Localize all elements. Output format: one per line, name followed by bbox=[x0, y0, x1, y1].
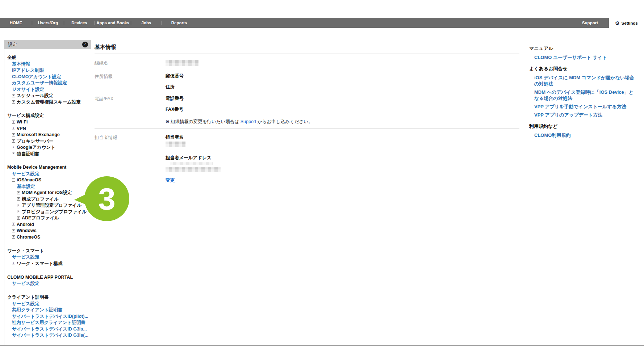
help-link-clomo[interactable]: CLOMO ユーザーサポート サイト bbox=[534, 54, 636, 60]
tree-item-wi-fi[interactable]: +Wi-Fi bbox=[7, 119, 89, 125]
tree-item-item[interactable]: 共用クライアント証明書 bbox=[7, 307, 89, 313]
nav-item-users-org[interactable]: Users/Org bbox=[32, 18, 64, 28]
expand-plus-icon[interactable]: + bbox=[12, 133, 15, 136]
tree-item-item[interactable]: +構成プロファイル bbox=[7, 196, 89, 202]
tree-item-label: プロビジョニングプロファイル bbox=[22, 209, 87, 214]
tree-item-label: ADEプロファイル bbox=[22, 215, 59, 220]
tree-item-label: ChromeOS bbox=[17, 235, 40, 240]
tree-item-chromeos[interactable]: +ChromeOS bbox=[7, 234, 89, 240]
expand-plus-icon[interactable]: + bbox=[17, 210, 20, 213]
tree-item-microsoft-exchange[interactable]: +Microsoft Exchange bbox=[7, 131, 89, 138]
tree-item-item[interactable]: 基本情報 bbox=[7, 61, 89, 67]
tree-item-mdm-agent-for-ios[interactable]: +MDM Agent for iOS設定 bbox=[7, 190, 89, 196]
content-area: 設定 ‹ 全般基本情報IPアドレス制限CLOMOアカウント設定カスタムユーザー情… bbox=[0, 28, 644, 345]
tree-item-item[interactable]: カスタムユーザー情報設定 bbox=[7, 80, 89, 86]
help-panel: マニュアル CLOMO ユーザーサポート サイト よくあるお問合せ iOS デバ… bbox=[524, 28, 644, 345]
tree-item-label: Android bbox=[17, 222, 34, 227]
tree-item-item[interactable]: +スケジュール設定 bbox=[7, 92, 89, 98]
tree-item-item[interactable]: サービス設定 bbox=[7, 171, 89, 177]
expand-plus-icon[interactable]: + bbox=[12, 121, 15, 124]
expand-plus-icon[interactable]: + bbox=[12, 100, 15, 104]
address-label: 住所情報 bbox=[95, 73, 166, 90]
settings-sidebar: 設定 ‹ 全般基本情報IPアドレス制限CLOMOアカウント設定カスタムユーザー情… bbox=[4, 40, 91, 345]
help-link-vpp[interactable]: VPP アプリのアップデート方法 bbox=[534, 112, 636, 118]
support-link[interactable]: Support bbox=[241, 119, 256, 124]
tree-section-title: 全般 bbox=[7, 54, 89, 61]
manual-group: マニュアル CLOMO ユーザーサポート サイト bbox=[529, 45, 636, 60]
expand-plus-icon[interactable]: + bbox=[12, 229, 15, 232]
tree-item-item[interactable]: サービス設定 bbox=[7, 300, 89, 307]
tree-item-item[interactable]: +カスタム管理権限スキーム設定 bbox=[7, 99, 89, 105]
sidebar-title: 設定 bbox=[8, 42, 17, 48]
tree-item-label: Googleアカウント bbox=[17, 145, 55, 150]
tree-item-label: Microsoft Exchange bbox=[17, 132, 60, 137]
phone-fax-label: 電話/FAX bbox=[95, 96, 166, 125]
tree-item-label: Windows bbox=[17, 228, 37, 233]
tree-item-item[interactable]: 基本設定 bbox=[7, 183, 89, 189]
nav-item-jobs[interactable]: Jobs bbox=[131, 18, 162, 28]
expand-plus-icon[interactable]: + bbox=[12, 262, 15, 265]
chevron-left-circle-icon[interactable]: ‹ bbox=[82, 42, 88, 47]
tree-item-ios-macos[interactable]: −iOS/macOS bbox=[7, 177, 89, 183]
help-link-clomo[interactable]: CLOMO利用規約 bbox=[534, 132, 636, 138]
tree-item-label: サイバートラストデバイスID G3is(... bbox=[12, 333, 88, 338]
expand-plus-icon[interactable]: + bbox=[12, 94, 15, 97]
tree-item-ade[interactable]: +ADEプロファイル bbox=[7, 215, 89, 221]
nav-settings-tab[interactable]: ⚙ Settings bbox=[609, 18, 644, 28]
tree-item-item[interactable]: サービス設定 bbox=[7, 254, 89, 260]
help-link-mdm-ios-device[interactable]: MDM へのデバイス登録時に「iOS Device」となる場合の対処法 bbox=[534, 89, 636, 101]
expand-plus-icon[interactable]: + bbox=[12, 139, 15, 143]
tree-item-label: サービス設定 bbox=[12, 281, 39, 286]
redacted-contact-name bbox=[166, 142, 186, 147]
tree-section-title: Mobile Device Management bbox=[7, 164, 89, 171]
tree-section-title: サービス構成設定 bbox=[7, 112, 89, 119]
nav-items: HOMEUsers/OrgDevicesApps and BooksJobsRe… bbox=[0, 18, 196, 28]
nav-item-devices[interactable]: Devices bbox=[64, 18, 95, 28]
tree-item-label: サービス設定 bbox=[12, 301, 39, 306]
tree-item-item[interactable]: +プロビジョニングプロファイル bbox=[7, 209, 89, 215]
nav-support-link[interactable]: Support bbox=[582, 18, 598, 28]
tree-item-ip[interactable]: IPアドレス制限 bbox=[7, 67, 89, 73]
expand-plus-icon[interactable]: + bbox=[12, 146, 15, 149]
help-link-ios-mdm[interactable]: iOS デバイスに MDM コマンドが届かない場合の対処法 bbox=[534, 75, 636, 87]
tree-item-id-pilot[interactable]: サイバートラストデバイスID(pilot)... bbox=[7, 313, 89, 319]
tree-item-id-g3is[interactable]: サイバートラストデバイスID G3is... bbox=[7, 326, 89, 332]
tree-section-title: ワーク・スマート bbox=[7, 248, 89, 254]
tree-item-label: 共用クライアント証明書 bbox=[12, 307, 62, 312]
tree-item-item[interactable]: 社内サービス用クライアント証明書 bbox=[7, 320, 89, 326]
tree-item-android[interactable]: +Android bbox=[7, 221, 89, 227]
tree-item-item[interactable]: +プロキシサーバー bbox=[7, 138, 89, 144]
tree-item-label: スケジュール設定 bbox=[17, 93, 53, 98]
tree-item-vpn[interactable]: +VPN bbox=[7, 125, 89, 131]
org-name-label: 組織名 bbox=[95, 60, 166, 67]
page-title: 基本情報 bbox=[95, 44, 519, 54]
help-link-vpp[interactable]: VPP アプリを手動でインストールする方法 bbox=[534, 104, 636, 110]
expand-plus-icon[interactable]: + bbox=[12, 127, 15, 130]
tree-item-google[interactable]: +Googleアカウント bbox=[7, 144, 89, 150]
expand-plus-icon[interactable]: + bbox=[17, 191, 20, 194]
clomo-settings-page: HOMEUsers/OrgDevicesApps and BooksJobsRe… bbox=[0, 0, 644, 362]
change-link[interactable]: 変更 bbox=[166, 177, 175, 183]
tree-item-clomo[interactable]: CLOMOアカウント設定 bbox=[7, 73, 89, 80]
tree-item-label: ワーク・スマート構成 bbox=[17, 261, 62, 266]
expand-plus-icon[interactable]: + bbox=[12, 152, 15, 155]
phone-fax-row: 電話/FAX 電話番号 FAX番号 ※ 組織情報の変更を行いたい場合は Supp… bbox=[95, 90, 519, 125]
nav-item-apps-and-books[interactable]: Apps and Books bbox=[95, 18, 131, 28]
tree-item-item[interactable]: +独自証明書 bbox=[7, 151, 89, 157]
contact-row: 担当者情報 担当者名 担当者メールアドレス 変更 bbox=[95, 129, 519, 183]
expand-plus-icon[interactable]: + bbox=[17, 216, 20, 220]
nav-item-home[interactable]: HOME bbox=[0, 18, 32, 28]
expand-plus-icon[interactable]: + bbox=[17, 204, 20, 207]
tree-item-item[interactable]: ジオサイト設定 bbox=[7, 86, 89, 92]
tree-item-windows[interactable]: +Windows bbox=[7, 228, 89, 234]
tree-item-item[interactable]: サービス設定 bbox=[7, 281, 89, 287]
tree-item-id-g3is[interactable]: サイバートラストデバイスID G3is(... bbox=[7, 332, 89, 338]
collapse-minus-icon[interactable]: − bbox=[12, 178, 15, 182]
tree-item-item[interactable]: +ワーク・スマート構成 bbox=[7, 260, 89, 266]
expand-plus-icon[interactable]: + bbox=[17, 197, 20, 201]
nav-item-reports[interactable]: Reports bbox=[162, 18, 196, 28]
expand-plus-icon[interactable]: + bbox=[12, 235, 15, 239]
main-panel: 基本情報 組織名 住所情報 郵便番号 住所 電話/FAX 電話番号 bbox=[91, 28, 524, 345]
tree-item-item[interactable]: +アプリ管理設定プロファイル bbox=[7, 202, 89, 209]
expand-plus-icon[interactable]: + bbox=[12, 223, 15, 226]
